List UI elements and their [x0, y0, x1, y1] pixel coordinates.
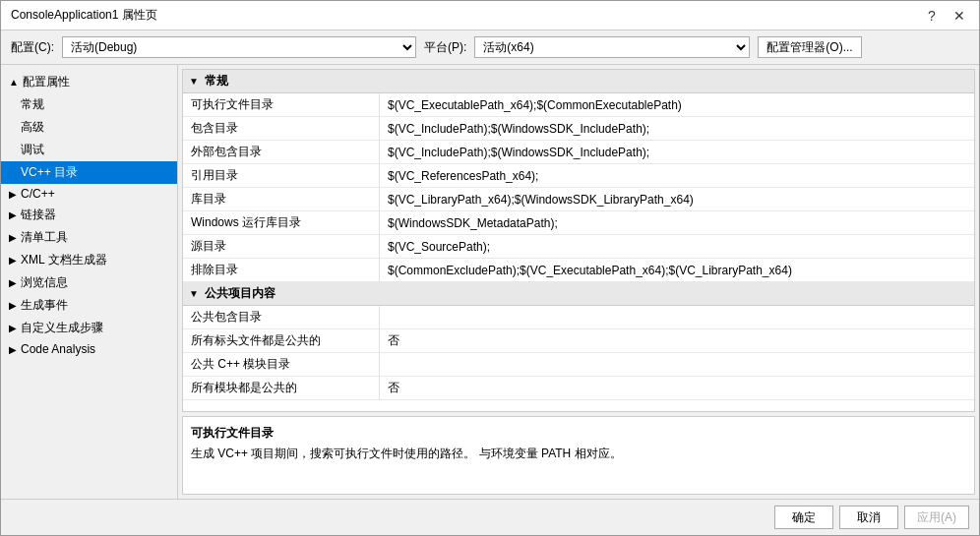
- prop-value-source: $(VC_SourcePath);: [380, 237, 974, 257]
- prop-name-include: 包含目录: [183, 117, 380, 140]
- prop-row-ref[interactable]: 引用目录 $(VC_ReferencesPath_x64);: [183, 164, 974, 188]
- prop-name-winlib: Windows 运行库目录: [183, 211, 380, 234]
- sidebar-item-c-cpp[interactable]: ▶ C/C++: [1, 184, 177, 204]
- prop-row-all-modules-public[interactable]: 所有模块都是公共的 否: [183, 377, 974, 400]
- sidebar-item-general[interactable]: 常规: [1, 93, 177, 116]
- info-panel: 可执行文件目录 生成 VC++ 项目期间，搜索可执行文件时使用的路径。 与环境变…: [182, 416, 975, 495]
- prop-row-winlib[interactable]: Windows 运行库目录 $(WindowsSDK_MetadataPath)…: [183, 211, 974, 235]
- prop-value-executable: $(VC_ExecutablePath_x64);$(CommonExecuta…: [380, 95, 974, 115]
- prop-row-include[interactable]: 包含目录 $(VC_IncludePath);$(WindowsSDK_Incl…: [183, 117, 974, 141]
- config-label: 配置(C):: [11, 39, 54, 56]
- sidebar-item-build-events-label: 生成事件: [21, 297, 68, 314]
- code-analysis-arrow-icon: ▶: [9, 344, 17, 355]
- prop-row-external-include[interactable]: 外部包含目录 $(VC_IncludePath);$(WindowsSDK_In…: [183, 141, 974, 164]
- linker-arrow-icon: ▶: [9, 209, 17, 220]
- config-manager-button[interactable]: 配置管理器(O)...: [758, 36, 861, 58]
- prop-row-source[interactable]: 源目录 $(VC_SourcePath);: [183, 235, 974, 259]
- prop-row-public-module[interactable]: 公共 C++ 模块目录: [183, 353, 974, 377]
- browse-arrow-icon: ▶: [9, 277, 17, 288]
- properties-dialog: ConsoleApplication1 属性页 ? ✕ 配置(C): 活动(De…: [0, 0, 980, 536]
- sidebar-item-xml-label: XML 文档生成器: [21, 252, 107, 268]
- dialog-title: ConsoleApplication1 属性页: [11, 7, 157, 24]
- prop-name-public-include: 公共包含目录: [183, 306, 380, 328]
- section-general-arrow-icon: ▼: [189, 76, 199, 87]
- sidebar-item-browse[interactable]: ▶ 浏览信息: [1, 271, 177, 294]
- sidebar-item-xml[interactable]: ▶ XML 文档生成器: [1, 249, 177, 271]
- prop-row-executable[interactable]: 可执行文件目录 $(VC_ExecutablePath_x64);$(Commo…: [183, 93, 974, 117]
- custom-build-arrow-icon: ▶: [9, 323, 17, 333]
- sidebar-section-label: 配置属性: [23, 74, 70, 90]
- info-title: 可执行文件目录: [191, 425, 966, 442]
- section-public-arrow-icon: ▼: [189, 288, 199, 299]
- prop-value-winlib: $(WindowsSDK_MetadataPath);: [380, 213, 974, 233]
- apply-button[interactable]: 应用(A): [904, 506, 969, 529]
- title-bar-buttons: ? ✕: [922, 6, 969, 26]
- expand-arrow-icon: ▲: [9, 77, 19, 88]
- prop-row-all-headers-public[interactable]: 所有标头文件都是公共的 否: [183, 329, 974, 353]
- prop-name-external-include: 外部包含目录: [183, 141, 380, 163]
- sidebar-section-config-properties[interactable]: ▲ 配置属性: [1, 71, 177, 93]
- section-public-label: 公共项目内容: [205, 285, 276, 302]
- prop-name-lib: 库目录: [183, 188, 380, 210]
- title-bar: ConsoleApplication1 属性页 ? ✕: [1, 1, 979, 30]
- prop-value-all-headers-public: 否: [380, 329, 974, 352]
- sidebar-item-manifest[interactable]: ▶ 清单工具: [1, 226, 177, 249]
- property-panel: ▼ 常规 可执行文件目录 $(VC_ExecutablePath_x64);$(…: [182, 69, 975, 412]
- section-general-label: 常规: [205, 73, 228, 89]
- content-area: ▼ 常规 可执行文件目录 $(VC_ExecutablePath_x64);$(…: [178, 65, 979, 499]
- manifest-arrow-icon: ▶: [9, 232, 17, 243]
- prop-value-include: $(VC_IncludePath);$(WindowsSDK_IncludePa…: [380, 119, 974, 139]
- xml-arrow-icon: ▶: [9, 255, 17, 266]
- prop-value-public-module: [380, 362, 974, 368]
- platform-label: 平台(P):: [424, 39, 466, 56]
- sidebar-item-browse-label: 浏览信息: [21, 274, 68, 291]
- prop-value-external-include: $(VC_IncludePath);$(WindowsSDK_IncludePa…: [380, 143, 974, 162]
- sidebar-item-linker[interactable]: ▶ 链接器: [1, 204, 177, 226]
- prop-name-source: 源目录: [183, 235, 380, 258]
- prop-row-public-include[interactable]: 公共包含目录: [183, 306, 974, 329]
- prop-value-ref: $(VC_ReferencesPath_x64);: [380, 166, 974, 186]
- sidebar-item-custom-build[interactable]: ▶ 自定义生成步骤: [1, 317, 177, 339]
- toolbar: 配置(C): 活动(Debug) 平台(P): 活动(x64) 配置管理器(O)…: [1, 30, 979, 65]
- prop-value-public-include: [380, 315, 974, 321]
- section-general-header[interactable]: ▼ 常规: [183, 70, 974, 93]
- prop-value-all-modules-public: 否: [380, 377, 974, 399]
- prop-name-executable: 可执行文件目录: [183, 93, 380, 116]
- cancel-button[interactable]: 取消: [839, 506, 898, 529]
- prop-name-public-module: 公共 C++ 模块目录: [183, 353, 380, 376]
- prop-row-lib[interactable]: 库目录 $(VC_LibraryPath_x64);$(WindowsSDK_L…: [183, 188, 974, 211]
- confirm-button[interactable]: 确定: [774, 506, 833, 529]
- sidebar-item-manifest-label: 清单工具: [21, 229, 68, 246]
- bottom-bar: 确定 取消 应用(A): [1, 499, 979, 535]
- prop-name-all-modules-public: 所有模块都是公共的: [183, 377, 380, 399]
- sidebar: ▲ 配置属性 常规 高级 调试 VC++ 目录 ▶ C/C++ ▶ 链接器 ▶ …: [1, 65, 178, 499]
- main-content: ▲ 配置属性 常规 高级 调试 VC++ 目录 ▶ C/C++ ▶ 链接器 ▶ …: [1, 65, 979, 499]
- sidebar-item-linker-label: 链接器: [21, 207, 56, 223]
- prop-value-exclude: $(CommonExcludePath);$(VC_ExecutablePath…: [380, 261, 974, 280]
- sidebar-item-vcpp-dirs[interactable]: VC++ 目录: [1, 161, 177, 184]
- sidebar-item-code-analysis[interactable]: ▶ Code Analysis: [1, 339, 177, 359]
- info-description: 生成 VC++ 项目期间，搜索可执行文件时使用的路径。 与环境变量 PATH 相…: [191, 446, 966, 462]
- sidebar-item-c-cpp-label: C/C++: [21, 187, 55, 201]
- prop-name-exclude: 排除目录: [183, 259, 380, 281]
- sidebar-item-custom-build-label: 自定义生成步骤: [21, 320, 103, 336]
- prop-name-ref: 引用目录: [183, 164, 380, 187]
- sidebar-item-advanced[interactable]: 高级: [1, 116, 177, 139]
- c-cpp-arrow-icon: ▶: [9, 189, 17, 200]
- section-public-header[interactable]: ▼ 公共项目内容: [183, 282, 974, 306]
- config-select[interactable]: 活动(Debug): [62, 36, 416, 58]
- platform-select[interactable]: 活动(x64): [474, 36, 750, 58]
- prop-value-lib: $(VC_LibraryPath_x64);$(WindowsSDK_Libra…: [380, 190, 974, 209]
- prop-row-exclude[interactable]: 排除目录 $(CommonExcludePath);$(VC_Executabl…: [183, 259, 974, 282]
- sidebar-item-debug[interactable]: 调试: [1, 139, 177, 161]
- build-events-arrow-icon: ▶: [9, 300, 17, 311]
- prop-name-all-headers-public: 所有标头文件都是公共的: [183, 329, 380, 352]
- close-button[interactable]: ✕: [949, 6, 969, 26]
- help-button[interactable]: ?: [922, 6, 942, 26]
- sidebar-item-code-analysis-label: Code Analysis: [21, 342, 95, 356]
- sidebar-item-build-events[interactable]: ▶ 生成事件: [1, 294, 177, 317]
